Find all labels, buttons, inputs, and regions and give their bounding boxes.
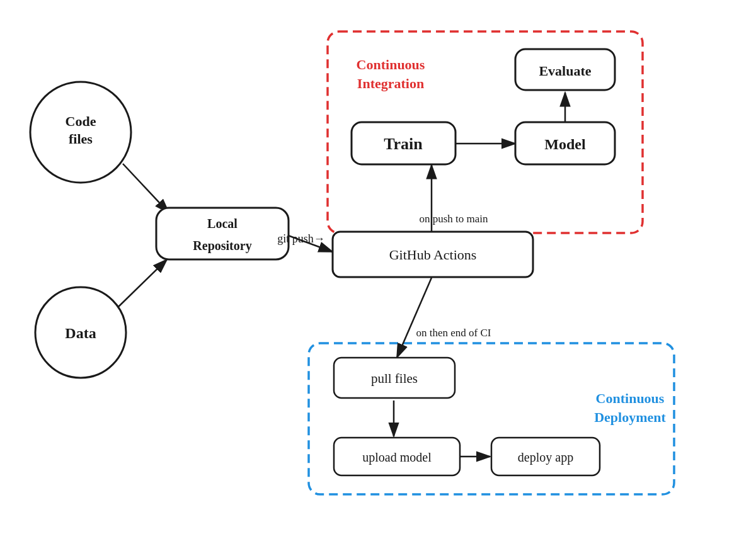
- svg-text:Deployment: Deployment: [594, 409, 666, 425]
- on-end-ci-label: on then end of CI: [416, 327, 491, 339]
- train-label: Train: [384, 135, 423, 153]
- data-label: Data: [65, 325, 96, 341]
- pull-files-label: pull files: [371, 371, 418, 386]
- upload-model-label: upload model: [362, 450, 432, 465]
- ci-label: Continuous: [357, 57, 425, 72]
- diagram-container: Code files Data Local Repository git pus…: [0, 0, 756, 534]
- git-push-label: git push→: [277, 232, 325, 245]
- cd-label: Continuous: [596, 390, 665, 406]
- local-repo-label: Local: [207, 217, 238, 230]
- svg-text:Integration: Integration: [357, 76, 424, 91]
- svg-text:files: files: [69, 131, 93, 147]
- code-files-label: Code: [66, 113, 96, 129]
- svg-text:Repository: Repository: [193, 239, 251, 253]
- evaluate-label: Evaluate: [539, 63, 591, 79]
- deploy-app-label: deploy app: [518, 450, 573, 465]
- on-push-label: on push to main: [419, 213, 488, 225]
- github-actions-label: GitHub Actions: [389, 247, 477, 263]
- model-label: Model: [544, 136, 586, 152]
